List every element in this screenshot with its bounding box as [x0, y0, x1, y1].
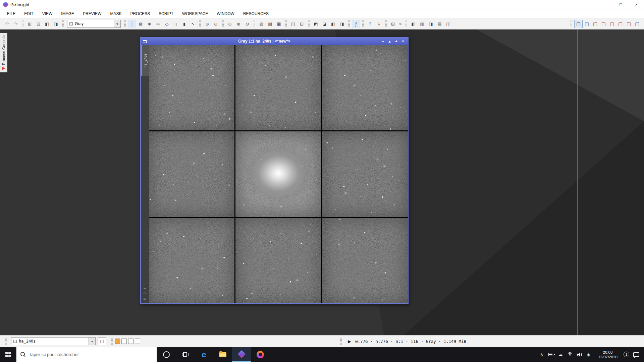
history-explorer-panel-icon[interactable]: ▤: [435, 20, 444, 28]
stf-autostretch-icon[interactable]: ƒ: [352, 20, 360, 28]
task-view-button[interactable]: [176, 347, 195, 362]
iconize-window-icon[interactable]: ◨: [52, 20, 60, 28]
strip-zoom-corner-icon[interactable]: ∟: [143, 286, 147, 289]
edit-mask-icon[interactable]: ▮: [180, 20, 189, 28]
menu-image[interactable]: IMAGE: [57, 9, 78, 18]
image-window-titlebar[interactable]: Gray 1:1 ha_240s | <*new*> – ▴ + ×: [141, 38, 408, 45]
process-console-panel-icon[interactable]: ▥: [418, 20, 426, 28]
image-canvas[interactable]: [149, 45, 408, 303]
taskbar-clock[interactable]: 20:08 12/07/2020: [593, 350, 622, 359]
stf-swatch-2[interactable]: [121, 339, 127, 344]
action-center-icon[interactable]: [633, 352, 639, 357]
zoom-integer-icon[interactable]: ∗: [145, 20, 154, 28]
zoom-out-icon[interactable]: ⊖: [212, 20, 220, 28]
edge-button[interactable]: e: [195, 347, 213, 362]
new-preview-icon[interactable]: ▧: [257, 20, 266, 28]
file-explorer-button[interactable]: [213, 347, 232, 362]
process-icon-1[interactable]: ◩: [312, 20, 320, 28]
menu-mask[interactable]: MASK: [106, 9, 126, 18]
run-indicator-icon[interactable]: ▶: [348, 339, 351, 344]
image-window-shade-button[interactable]: ▴: [387, 39, 392, 44]
menu-script[interactable]: SCRIPT: [154, 9, 178, 18]
screen-icons-icon[interactable]: ▢: [583, 20, 591, 28]
menu-workspace[interactable]: WORKSPACE: [178, 9, 212, 18]
view-selector-dropdown[interactable]: ha_240s ▾: [11, 337, 96, 345]
zoom-optimal-icon[interactable]: ⊝: [243, 20, 252, 28]
split-view-icon[interactable]: ◫: [289, 20, 297, 28]
preview-toggle-button[interactable]: ◫: [98, 337, 106, 345]
show-mask-icon[interactable]: ▯: [171, 20, 180, 28]
view-dropdown-arrow[interactable]: ▾: [89, 338, 95, 345]
tile-windows-icon[interactable]: ⊞: [389, 20, 397, 28]
pixinsight-taskbar-button[interactable]: [232, 347, 251, 362]
menu-file[interactable]: FILE: [3, 9, 20, 18]
screen-zoom-icon[interactable]: ▢: [616, 20, 625, 28]
send-to-back-icon[interactable]: ↓: [375, 20, 383, 28]
start-button[interactable]: [0, 347, 16, 362]
dropbox-icon[interactable]: ◈: [584, 352, 593, 357]
volume-icon[interactable]: [575, 353, 584, 357]
strip-target-icon[interactable]: ◎: [144, 297, 147, 301]
browse-images-icon[interactable]: ⊟: [34, 20, 43, 28]
process-icon-3[interactable]: ◧: [329, 20, 337, 28]
close-button[interactable]: ×: [629, 0, 644, 9]
menu-window[interactable]: WINDOW: [212, 9, 239, 18]
edit-preview-icon[interactable]: ▨: [266, 20, 274, 28]
strip-copy-icon[interactable]: ▭: [143, 292, 146, 295]
cortana-button[interactable]: [157, 347, 176, 362]
zoom-in-icon[interactable]: ⊕: [203, 20, 211, 28]
stf-swatch-4[interactable]: [135, 339, 140, 344]
pointer-tool-icon[interactable]: ↖: [189, 20, 197, 28]
maximize-button[interactable]: □: [613, 0, 629, 9]
taskbar-search[interactable]: [16, 347, 157, 362]
process-icon-4[interactable]: ◨: [338, 20, 346, 28]
image-window-maximize-button[interactable]: +: [393, 39, 399, 44]
bring-to-front-icon[interactable]: ↑: [366, 20, 374, 28]
move-tool-icon[interactable]: ┼: [128, 20, 136, 28]
channel-dropdown-arrow[interactable]: ▾: [114, 20, 120, 27]
process-console-tab[interactable]: Process Console: [0, 33, 7, 72]
menu-resources[interactable]: RESOURCES: [239, 9, 273, 18]
screen-mask-icon[interactable]: ▢: [599, 20, 608, 28]
menu-preview[interactable]: PREVIEW: [78, 9, 106, 18]
redo-icon[interactable]: ↷: [11, 20, 20, 28]
explorer-panel-icon[interactable]: ◧: [409, 20, 418, 28]
view-tab-ha-240s[interactable]: ha_240s: [141, 45, 149, 76]
tray-chevron-icon[interactable]: ∧: [537, 352, 546, 357]
process-icon-2[interactable]: ◪: [320, 20, 329, 28]
stf-swatch-3[interactable]: [128, 339, 133, 344]
zoom-to-fit-icon[interactable]: ⊚: [234, 20, 243, 28]
screen-main-icon[interactable]: ▢: [574, 20, 583, 28]
battery-icon[interactable]: [546, 353, 556, 356]
undo-icon[interactable]: ↶: [3, 20, 11, 28]
screen-next-icon[interactable]: ▢: [633, 20, 641, 28]
image-window-close-button[interactable]: ×: [400, 39, 406, 44]
zoom-1-1-icon[interactable]: ⊙: [226, 20, 234, 28]
channel-selector-dropdown[interactable]: Gray ▾: [67, 20, 121, 28]
wifi-icon[interactable]: [565, 352, 575, 357]
fit-view-icon[interactable]: ⊠: [137, 20, 145, 28]
readout-mode-icon[interactable]: ◇: [163, 20, 171, 28]
pan-mode-icon[interactable]: ↔: [154, 20, 162, 28]
toolbar-overflow-icon[interactable]: »: [397, 20, 404, 28]
view-explorer-panel-icon[interactable]: ◫: [444, 20, 452, 28]
image-window-menu-icon[interactable]: [143, 40, 147, 43]
search-input[interactable]: [29, 352, 153, 357]
screen-prev-icon[interactable]: ▢: [625, 20, 633, 28]
screen-stf-icon[interactable]: ▢: [591, 20, 599, 28]
browser-app-button[interactable]: [251, 347, 270, 362]
screen-readout-icon[interactable]: ▢: [608, 20, 616, 28]
stf-swatch-orange[interactable]: [115, 339, 120, 344]
unsplit-view-icon[interactable]: ⊟: [298, 20, 306, 28]
delete-preview-icon[interactable]: ▦: [275, 20, 283, 28]
duplicate-window-icon[interactable]: ◧: [43, 20, 51, 28]
edit-image-icon[interactable]: ⊞: [25, 20, 34, 28]
minimize-button[interactable]: –: [598, 0, 613, 9]
menu-view[interactable]: VIEW: [38, 9, 57, 18]
onedrive-cloud-icon[interactable]: ☁: [556, 352, 565, 357]
menu-edit[interactable]: EDIT: [20, 9, 38, 18]
format-explorer-panel-icon[interactable]: ◨: [427, 20, 435, 28]
app-titlebar[interactable]: PixInsight – □ ×: [0, 0, 644, 9]
menu-process[interactable]: PROCESS: [126, 9, 154, 18]
image-window-minimize-button[interactable]: –: [380, 39, 386, 44]
